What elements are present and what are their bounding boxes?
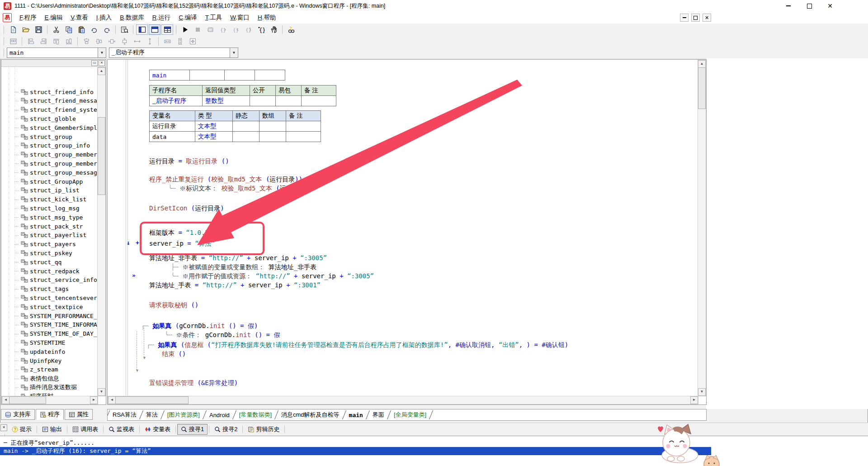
table-cell[interactable] xyxy=(259,132,286,142)
editor-horizontal-scrollbar[interactable]: ◄ ► xyxy=(108,396,698,404)
tree-hscroll-thumb[interactable] xyxy=(9,396,46,404)
table-cell[interactable] xyxy=(259,121,286,132)
output-tab-监视表[interactable]: 监视表 xyxy=(105,424,138,435)
tree-item[interactable]: SYSTEM_PERFORMANCE_INF xyxy=(2,312,98,320)
table-cell[interactable] xyxy=(225,70,255,81)
tree-item[interactable]: 表情包信息 xyxy=(2,375,59,383)
tree-item[interactable]: struct_ip_list xyxy=(2,186,80,195)
code-line[interactable]: ┌╌ 如果真 (gCornDb.init () = 假) xyxy=(141,321,258,330)
tree-item[interactable]: struct_GmemberSimplein xyxy=(2,124,98,132)
tree-item[interactable]: struct_service_info xyxy=(2,276,97,284)
menu-item-5[interactable]: R.运行 xyxy=(148,14,175,22)
editor-hscroll-thumb[interactable] xyxy=(115,396,189,404)
scroll-down-icon[interactable]: ▼ xyxy=(98,388,105,396)
tree-item[interactable]: 插件消息发送数据 xyxy=(2,383,77,391)
table-cell[interactable]: _启动子程序 xyxy=(150,96,203,106)
menu-item-6[interactable]: C.编译 xyxy=(175,14,201,22)
layout-top-button[interactable] xyxy=(149,24,160,35)
code-line[interactable]: ╰╌ ※用作赋于的值或资源： “http://” + server_ip + “… xyxy=(171,271,374,281)
editor-tab-main[interactable]: main xyxy=(344,409,368,420)
editor-tab-算法[interactable]: 算法 xyxy=(142,409,162,420)
size-h-button[interactable] xyxy=(174,36,186,47)
tree-item[interactable]: struct_globle xyxy=(2,114,76,123)
scroll-down-icon[interactable]: ▼ xyxy=(698,388,706,396)
code-line[interactable]: 算法地址_手表 = “http://” + server_ip + “:3001… xyxy=(149,281,321,290)
tree-item[interactable]: struct_friend_info xyxy=(2,88,94,96)
editor-vertical-scrollbar[interactable]: ▲ ▼ xyxy=(698,60,706,396)
tree-item[interactable]: struct_friend_message xyxy=(2,97,98,105)
space-v-button[interactable] xyxy=(118,36,130,47)
editor-tab-[全局变量类][interactable]: [全局变量类] xyxy=(389,409,431,420)
output-tab-提示[interactable]: ?提示 xyxy=(8,424,35,435)
brace-new-button[interactable]: {} xyxy=(255,24,267,35)
layout-left-button[interactable] xyxy=(136,24,148,35)
code-line[interactable]: 运行目录 = 取运行目录 () xyxy=(149,157,229,166)
table-cell[interactable] xyxy=(255,70,285,81)
tree-item[interactable]: struct_log_msg xyxy=(2,204,80,212)
mdi-close-button[interactable]: ✕ xyxy=(703,14,711,22)
align-b-button[interactable] xyxy=(63,36,75,47)
tree-item[interactable]: z_stream xyxy=(2,366,58,374)
tree-horizontal-scrollbar[interactable]: ◄ ► xyxy=(1,396,98,404)
panel-tab-支持库[interactable]: 支持库 xyxy=(1,409,35,420)
output-tab-输出[interactable]: 输出 xyxy=(38,424,66,435)
menu-item-7[interactable]: T.工具 xyxy=(201,14,226,22)
menu-item-9[interactable]: H.帮助 xyxy=(254,14,280,22)
scroll-left-icon[interactable]: ◄ xyxy=(108,396,116,404)
editor-tab-RSA算法[interactable]: RSA算法 xyxy=(108,409,141,420)
space-h-button[interactable] xyxy=(106,36,118,47)
tree-item[interactable]: struct_group_message xyxy=(2,168,98,176)
editor-tab-[常量数据类][interactable]: [常量数据类] xyxy=(235,409,276,420)
code-line[interactable]: 请求获取秘钥 () xyxy=(149,300,198,309)
output-close-button[interactable]: ✕ xyxy=(0,424,7,431)
size-both-button[interactable] xyxy=(187,36,198,47)
output-status-line[interactable]: ─ 正在搜寻“server_ip”...... xyxy=(4,439,94,447)
output-tab-变量表[interactable]: 变量表 xyxy=(141,424,174,435)
tree-item[interactable]: struct_tags xyxy=(2,285,69,293)
tree-item[interactable]: UpinfpKey xyxy=(2,357,61,365)
table-cell[interactable]: 文本型 xyxy=(195,132,233,142)
table-cell[interactable] xyxy=(233,132,259,142)
tree-item[interactable]: struct_group_info xyxy=(2,142,90,150)
table-cell[interactable] xyxy=(286,121,321,132)
maximize-button[interactable] xyxy=(799,0,820,12)
tree-scroll-thumb[interactable] xyxy=(98,117,105,195)
table-cell[interactable]: 运行目录 xyxy=(150,121,195,132)
panel-tab-程序[interactable]: 程序 xyxy=(36,409,64,420)
tree-item[interactable]: struct_group_memberinf xyxy=(2,159,98,167)
undo-button[interactable] xyxy=(101,24,113,35)
brace-over-button[interactable]: {} xyxy=(242,24,254,35)
tree-item[interactable]: struct_friend_system_m xyxy=(2,106,98,114)
code-line[interactable]: ├╌ ※被赋值的变量或变量数组： 算法地址_非手表 xyxy=(171,262,316,271)
menu-item-4[interactable]: B.数据库 xyxy=(116,14,148,22)
stop-button[interactable] xyxy=(192,24,203,35)
tree-item[interactable]: struct_redpack xyxy=(2,267,80,275)
tree-item[interactable]: struct_pack_str xyxy=(2,222,83,230)
scroll-up-icon[interactable]: ▲ xyxy=(98,67,105,75)
editor-tab-[图片资源类][interactable]: [图片资源类] xyxy=(163,409,204,420)
mdi-restore-button[interactable] xyxy=(691,14,700,22)
code-editor[interactable]: main 子程序名返回值类型公开易包备 注_启动子程序整数型 变量名类 型静态数… xyxy=(107,59,707,405)
tree-item[interactable]: struct_msg_type xyxy=(2,213,83,221)
run-button[interactable] xyxy=(179,24,191,35)
tree-item[interactable]: struct_textpice xyxy=(2,303,83,311)
code-line[interactable]: DirSetIcon (运行目录) xyxy=(149,204,224,213)
brace-in-button[interactable]: {} xyxy=(230,24,241,35)
chevron-down-icon[interactable]: ▼ xyxy=(230,48,238,57)
table-cell[interactable]: data xyxy=(150,132,195,142)
find-code-button[interactable] xyxy=(118,24,130,35)
code-line[interactable]: 程序_禁止重复运行 (校验_取md5_文本 (运行目录)) xyxy=(149,175,302,184)
procedure-combobox[interactable]: _启动子程序 ▼ xyxy=(109,48,238,58)
table-cell[interactable] xyxy=(276,96,302,106)
editor-tab-消息cmd解析及自检等[interactable]: 消息cmd解析及自检等 xyxy=(277,409,344,420)
debug-button[interactable] xyxy=(204,24,216,35)
table-cell[interactable]: main xyxy=(150,70,190,81)
align-l-button[interactable] xyxy=(25,36,37,47)
copy-button[interactable] xyxy=(63,24,75,35)
tree-item[interactable]: struct_payerlist xyxy=(2,231,86,239)
layout-grid-button[interactable] xyxy=(161,24,173,35)
output-tab-搜寻1[interactable]: 搜寻1 xyxy=(177,424,208,435)
form-button[interactable] xyxy=(7,36,19,47)
table-cell[interactable] xyxy=(302,96,336,106)
editor-tab-界面[interactable]: 界面 xyxy=(368,409,389,420)
